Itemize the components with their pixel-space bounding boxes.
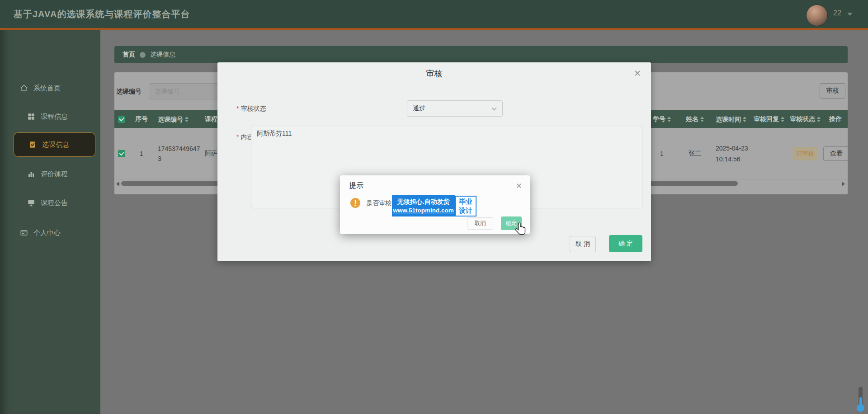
- col-audit-reply[interactable]: 审核回复: [751, 115, 787, 123]
- home-icon: [20, 84, 28, 92]
- dialog-confirm-button[interactable]: 确 定: [609, 235, 642, 252]
- watermark: 无须担心.自动发货 www.51topmind.com: [392, 195, 455, 216]
- confirm-ok-button[interactable]: 确定: [501, 216, 522, 230]
- dialog-cancel-button[interactable]: 取 消: [570, 236, 596, 252]
- close-icon[interactable]: [634, 70, 641, 77]
- watermark-line1: 无须担心.自动发货: [397, 197, 450, 206]
- app-title: 基于JAVA的选课系统与课程评价整合平台: [14, 0, 190, 28]
- breadcrumb-current: 选课信息: [150, 51, 175, 59]
- sort-icon[interactable]: [817, 117, 821, 122]
- sort-icon[interactable]: [781, 117, 784, 122]
- sidebar-item-label: 选课信息: [42, 141, 69, 149]
- sidebar: 系统首页 课程信息 选课信息 评价课程 课程公告 个人中心: [0, 30, 100, 414]
- sidebar-item-course-selection[interactable]: 选课信息: [14, 132, 95, 157]
- col-student-name[interactable]: 姓名: [677, 115, 713, 123]
- col-audit-status[interactable]: 审核状态: [787, 115, 823, 123]
- status-field-label: 审核状态: [236, 105, 266, 113]
- sidebar-item-label: 评价课程: [41, 170, 68, 179]
- confirm-title: 提示: [349, 181, 363, 191]
- sort-icon[interactable]: [667, 117, 671, 122]
- app-window: 基于JAVA的选课系统与课程评价整合平台 22 系统首页 课程信息 选课信息 评…: [0, 0, 868, 414]
- chevron-down-icon: [491, 105, 496, 110]
- view-button[interactable]: 查看: [823, 146, 848, 161]
- search-label: 选课编号: [116, 83, 142, 99]
- monitor-icon: [27, 199, 35, 207]
- sidebar-item-announcements[interactable]: 课程公告: [0, 194, 100, 212]
- close-icon[interactable]: [516, 183, 522, 189]
- chevron-down-icon[interactable]: [847, 13, 853, 16]
- breadcrumb: 首页 选课信息: [114, 46, 848, 63]
- col-course-no[interactable]: 选课编号: [154, 114, 202, 124]
- watermark-link: www.51topmind.com: [393, 206, 454, 215]
- cell-select-time: 2025-04-23 10:14:56: [713, 143, 751, 165]
- scroll-left-icon[interactable]: [116, 182, 119, 186]
- audit-status-select[interactable]: 通过: [407, 100, 503, 117]
- cell-student-name: 张三: [677, 150, 713, 158]
- watermark-badge: 毕业 设计: [455, 196, 476, 216]
- audit-button[interactable]: 审核: [820, 83, 845, 99]
- table-header-checkbox-cell: [114, 116, 129, 123]
- vertical-scrollbar-knob[interactable]: [857, 404, 864, 412]
- confirm-dialog: 提示 是否审核选 无须担心.自动发货 www.51topmind.com 毕业 …: [340, 175, 530, 234]
- breadcrumb-dot-icon: [140, 52, 146, 58]
- sidebar-item-courses[interactable]: 课程信息: [0, 108, 100, 126]
- breadcrumb-home[interactable]: 首页: [123, 51, 135, 59]
- sidebar-item-home[interactable]: 系统首页: [0, 79, 100, 97]
- user-avatar[interactable]: [807, 5, 827, 26]
- sidebar-item-label: 课程信息: [41, 113, 68, 121]
- sort-icon[interactable]: [185, 117, 189, 122]
- col-index[interactable]: 序号: [129, 115, 154, 123]
- cell-index: 1: [129, 150, 154, 157]
- sort-icon[interactable]: [700, 117, 704, 122]
- warning-icon: [350, 198, 361, 208]
- dialog-title: 审核: [217, 68, 651, 79]
- select-all-checkbox[interactable]: [118, 116, 125, 123]
- col-action: 操作: [823, 115, 848, 123]
- sidebar-item-label: 系统首页: [33, 84, 61, 93]
- id-card-icon: [20, 229, 28, 237]
- sidebar-item-label: 课程公告: [41, 199, 68, 207]
- app-header: 基于JAVA的选课系统与课程评价整合平台 22: [0, 0, 868, 28]
- row-checkbox[interactable]: [118, 150, 125, 157]
- sort-icon[interactable]: [743, 117, 746, 122]
- cell-student-no: 1: [647, 150, 677, 157]
- col-select-time[interactable]: 选课时间: [713, 114, 751, 125]
- confirm-cancel-button[interactable]: 取消: [467, 217, 493, 230]
- bar-chart-icon: [27, 170, 35, 178]
- select-value: 通过: [413, 104, 425, 113]
- clipboard-check-icon: [28, 141, 37, 149]
- col-student-no[interactable]: 学号: [647, 115, 677, 123]
- status-badge: 待审核: [793, 147, 818, 160]
- grid-icon: [27, 113, 35, 121]
- user-badge[interactable]: 22: [833, 9, 841, 17]
- sidebar-item-profile[interactable]: 个人中心: [0, 224, 100, 242]
- cell-course-no: 1745374496473: [154, 144, 202, 164]
- sidebar-item-label: 个人中心: [33, 229, 61, 237]
- header-accent-line: [0, 28, 868, 30]
- sidebar-item-course-evaluation[interactable]: 评价课程: [0, 165, 100, 183]
- scroll-right-icon[interactable]: [842, 182, 845, 186]
